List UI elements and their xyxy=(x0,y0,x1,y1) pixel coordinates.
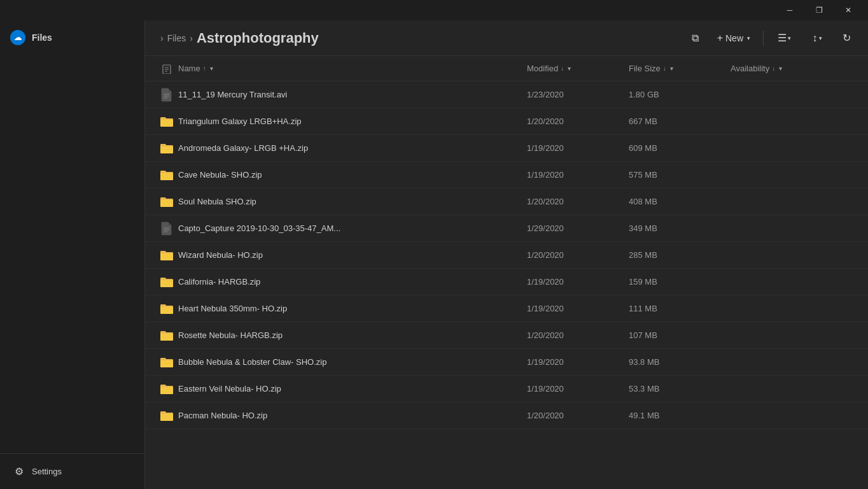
file-size: 609 MB xyxy=(629,143,731,153)
file-size: 53.3 MB xyxy=(629,384,731,393)
file-icon xyxy=(155,116,178,127)
file-icon xyxy=(155,410,178,422)
col-select-all[interactable] xyxy=(155,64,178,74)
file-name: Wizard Nebula- HO.zip xyxy=(178,250,527,260)
file-icon xyxy=(155,276,178,288)
col-availability-header[interactable]: Availability ↓ ▾ xyxy=(731,64,858,73)
new-dropdown-icon: ▾ xyxy=(747,35,750,41)
breadcrumb-root[interactable]: Files xyxy=(167,33,186,43)
view-button[interactable]: ☰ ▾ xyxy=(769,27,799,50)
add-icon: + xyxy=(717,32,723,44)
col-modified-header[interactable]: Modified ↓ ▾ xyxy=(527,64,629,73)
file-modified: 1/19/2020 xyxy=(527,304,629,313)
document-icon xyxy=(161,88,172,102)
file-modified: 1/20/2020 xyxy=(527,411,629,420)
toolbar-actions: ⧉ + New ▾ ☰ ▾ ↕ ▾ ↻ xyxy=(684,27,858,50)
folder-icon xyxy=(160,357,174,368)
file-name: Andromeda Galaxy- LRGB +HA.zip xyxy=(178,143,527,153)
sort-button[interactable]: ↕ ▾ xyxy=(802,27,832,50)
name-sort-icon: ↑ xyxy=(203,65,206,72)
copy-button[interactable]: ⧉ xyxy=(684,27,707,50)
file-size: 575 MB xyxy=(629,170,731,180)
file-modified: 1/29/2020 xyxy=(527,223,629,233)
file-size: 349 MB xyxy=(629,223,731,233)
table-row[interactable]: Andromeda Galaxy- LRGB +HA.zip1/19/20206… xyxy=(145,135,868,162)
file-size: 1.80 GB xyxy=(629,90,731,99)
file-modified: 1/19/2020 xyxy=(527,384,629,393)
file-size: 667 MB xyxy=(629,117,731,126)
breadcrumb-current: Astrophotography xyxy=(197,30,319,46)
table-row[interactable]: Triangulum Galaxy LRGB+HA.zip1/20/202066… xyxy=(145,108,868,135)
folder-icon xyxy=(160,383,174,395)
availability-col-dropdown: ▾ xyxy=(779,65,782,72)
close-button[interactable]: ✕ xyxy=(834,0,863,20)
col-size-header[interactable]: File Size ↓ ▾ xyxy=(629,64,731,73)
file-list: 11_11_19 Mercury Transit.avi1/23/20201.8… xyxy=(145,82,868,489)
table-row[interactable]: Wizard Nebula- HO.zip1/20/2020285 MB xyxy=(145,242,868,269)
table-row[interactable]: Bubble Nebula & Lobster Claw- SHO.zip1/1… xyxy=(145,349,868,376)
sidebar-item-settings[interactable]: ⚙ Settings xyxy=(5,459,139,484)
table-row[interactable]: Rosette Nebula- HARGB.zip1/20/2020107 MB xyxy=(145,322,868,349)
refresh-button[interactable]: ↻ xyxy=(835,27,858,50)
col-name-header[interactable]: Name ↑ ▾ xyxy=(178,64,527,73)
col-modified-label: Modified xyxy=(527,64,558,73)
col-name-label: Name xyxy=(178,64,200,73)
folder-icon xyxy=(160,143,174,154)
sidebar-title: Files xyxy=(32,32,52,43)
col-availability-label: Availability xyxy=(731,64,769,73)
table-row[interactable]: Heart Nebula 350mm- HO.zip1/19/2020111 M… xyxy=(145,295,868,322)
file-size: 159 MB xyxy=(629,277,731,287)
folder-icon xyxy=(160,196,174,208)
modified-sort-icon: ↓ xyxy=(561,65,564,72)
app-layout: ☁ Files ⚙ Settings › Files › Astrophotog… xyxy=(0,20,868,489)
folder-icon xyxy=(160,410,174,422)
table-row[interactable]: Pacman Nebula- HO.zip1/20/202049.1 MB xyxy=(145,402,868,429)
window-controls: ─ ❐ ✕ xyxy=(775,0,863,20)
file-icon xyxy=(155,196,178,208)
app-logo: ☁ xyxy=(10,30,25,45)
size-sort-icon: ↓ xyxy=(663,65,666,72)
main-content: › Files › Astrophotography ⧉ + New ▾ ☰ ▾ xyxy=(145,20,868,489)
table-row[interactable]: California- HARGB.zip1/19/2020159 MB xyxy=(145,269,868,295)
toolbar-divider xyxy=(763,31,764,46)
table-row[interactable]: Eastern Veil Nebula- HO.zip1/19/202053.3… xyxy=(145,376,868,402)
file-name: Rosette Nebula- HARGB.zip xyxy=(178,330,527,340)
minimize-button[interactable]: ─ xyxy=(775,0,804,20)
file-icon xyxy=(155,330,178,341)
new-button[interactable]: + New ▾ xyxy=(710,27,758,50)
refresh-icon: ↻ xyxy=(843,32,851,44)
table-row[interactable]: Cave Nebula- SHO.zip1/19/2020575 MB xyxy=(145,162,868,188)
file-modified: 1/19/2020 xyxy=(527,357,629,367)
file-icon xyxy=(155,143,178,154)
file-size: 93.8 MB xyxy=(629,357,731,367)
file-modified: 1/23/2020 xyxy=(527,90,629,99)
file-icon xyxy=(155,303,178,315)
sidebar-header: ☁ Files xyxy=(0,20,144,55)
folder-icon xyxy=(160,116,174,127)
availability-sort-icon: ↓ xyxy=(772,65,775,72)
file-size: 408 MB xyxy=(629,197,731,206)
file-name: 11_11_19 Mercury Transit.avi xyxy=(178,90,527,99)
new-label: New xyxy=(725,33,743,43)
file-icon xyxy=(155,169,178,181)
file-modified: 1/19/2020 xyxy=(527,277,629,287)
table-row[interactable]: Soul Nebula SHO.zip1/20/2020408 MB xyxy=(145,188,868,215)
folder-icon xyxy=(160,169,174,181)
file-icon xyxy=(155,250,178,261)
file-name: Bubble Nebula & Lobster Claw- SHO.zip xyxy=(178,357,527,367)
title-bar: ─ ❐ ✕ xyxy=(0,0,868,20)
file-modified: 1/20/2020 xyxy=(527,250,629,260)
document-icon xyxy=(161,222,172,236)
folder-icon xyxy=(160,330,174,341)
file-name: Cave Nebula- SHO.zip xyxy=(178,170,527,180)
maximize-button[interactable]: ❐ xyxy=(804,0,834,20)
name-col-dropdown: ▾ xyxy=(210,65,213,72)
table-row[interactable]: 11_11_19 Mercury Transit.avi1/23/20201.8… xyxy=(145,82,868,108)
file-icon xyxy=(155,383,178,395)
logo-icon: ☁ xyxy=(14,33,22,42)
table-row[interactable]: Capto_Capture 2019-10-30_03-35-47_AM...1… xyxy=(145,215,868,242)
breadcrumb-chevron-left: › xyxy=(160,33,164,43)
sidebar: ☁ Files ⚙ Settings xyxy=(0,20,145,489)
modified-col-dropdown: ▾ xyxy=(568,65,571,72)
col-size-label: File Size xyxy=(629,64,661,73)
